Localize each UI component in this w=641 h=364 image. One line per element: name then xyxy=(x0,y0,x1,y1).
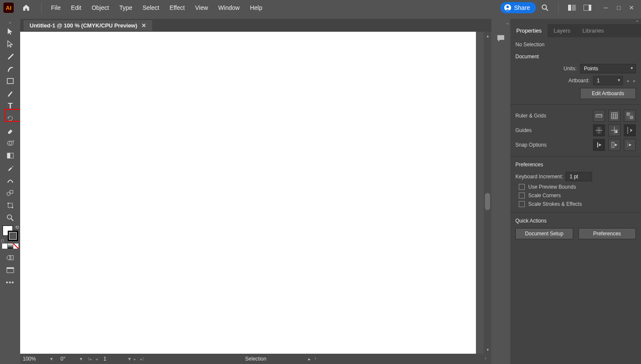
window-maximize-icon[interactable]: □ xyxy=(613,4,625,12)
scale-corners-checkbox[interactable]: Scale Corners xyxy=(519,193,636,199)
color-mode-solid-icon[interactable] xyxy=(2,244,7,249)
menu-file[interactable]: File xyxy=(46,3,66,13)
svg-point-2 xyxy=(542,5,547,9)
rectangle-tool-icon[interactable] xyxy=(4,75,17,87)
draw-mode-icon[interactable] xyxy=(4,251,17,264)
paintbrush-tool-icon[interactable] xyxy=(4,87,17,99)
close-tab-icon[interactable]: ✕ xyxy=(141,22,146,29)
panel-tabs: Properties Layers Libraries xyxy=(510,24,641,37)
free-transform-tool-icon[interactable] xyxy=(4,187,17,199)
tab-libraries[interactable]: Libraries xyxy=(576,24,610,37)
swap-fill-stroke-icon[interactable]: ⟲ xyxy=(15,225,19,230)
scroll-up-icon[interactable]: ▴ xyxy=(487,33,489,38)
section-preferences: Preferences xyxy=(515,162,636,168)
use-preview-bounds-checkbox[interactable]: Use Preview Bounds xyxy=(519,184,636,190)
window-close-icon[interactable]: ✕ xyxy=(626,4,638,12)
eraser-tool-icon[interactable] xyxy=(4,124,17,137)
pen-tool-icon[interactable] xyxy=(4,50,17,62)
screen-mode-icon[interactable] xyxy=(4,264,17,276)
rotation-value[interactable]: 0° xyxy=(60,356,65,362)
type-tool-icon[interactable]: T xyxy=(4,99,17,112)
show-guides-icon[interactable] xyxy=(593,124,605,136)
artboard-dropdown-icon[interactable]: ▾ xyxy=(128,356,131,362)
snap-to-pixel-icon[interactable] xyxy=(624,139,636,151)
scroll-down-icon[interactable]: ▾ xyxy=(487,347,489,352)
document-setup-button[interactable]: Document Setup xyxy=(515,228,573,239)
selection-tool-icon[interactable] xyxy=(4,25,17,37)
smart-guides-icon[interactable] xyxy=(624,124,636,136)
menu-select[interactable]: Select xyxy=(138,3,165,13)
rotate-tool-icon[interactable] xyxy=(4,112,17,124)
share-button[interactable]: Share xyxy=(500,2,536,13)
artboard-select[interactable]: 1 xyxy=(593,76,623,85)
menu-object[interactable]: Object xyxy=(87,3,114,13)
zoom-dropdown-icon[interactable]: ▾ xyxy=(50,356,53,362)
zoom-tool-icon[interactable] xyxy=(4,211,17,224)
expand-tools-icon[interactable]: » xyxy=(9,21,11,25)
menu-help[interactable]: Help xyxy=(245,3,268,13)
svg-rect-40 xyxy=(626,116,630,119)
units-select[interactable]: Points xyxy=(580,64,636,73)
ruler-grids-label: Ruler & Grids xyxy=(515,113,590,119)
tab-layers[interactable]: Layers xyxy=(548,24,576,37)
svg-rect-38 xyxy=(630,116,633,119)
fill-stroke-control[interactable]: ⟲ ◻ xyxy=(3,226,18,241)
menu-view[interactable]: View xyxy=(190,3,213,13)
zoom-level[interactable]: 100% xyxy=(23,356,48,362)
artboard-tool-icon[interactable] xyxy=(4,199,17,211)
comments-panel-icon[interactable] xyxy=(496,33,506,43)
scale-strokes-checkbox[interactable]: Scale Strokes & Effects xyxy=(519,201,636,207)
prev-artboard-panel-icon[interactable]: ◂ xyxy=(626,78,629,84)
color-mode-none-icon[interactable] xyxy=(13,244,18,249)
direct-selection-tool-icon[interactable] xyxy=(4,37,17,50)
vertical-scrollbar[interactable]: ▴ ▾ xyxy=(484,32,491,354)
edit-toolbar-icon[interactable]: ••• xyxy=(6,279,15,286)
prev-artboard-icon[interactable]: ◂ xyxy=(94,357,99,361)
transparency-grid-icon[interactable] xyxy=(624,110,636,122)
grid-icon[interactable] xyxy=(608,110,620,122)
svg-point-14 xyxy=(7,192,10,196)
canvas[interactable] xyxy=(20,32,476,354)
shape-builder-tool-icon[interactable] xyxy=(4,137,17,149)
svg-rect-7 xyxy=(589,5,591,11)
first-artboard-icon[interactable]: I◂ xyxy=(87,357,93,361)
curvature-tool-icon[interactable] xyxy=(4,62,17,75)
eyedropper-tool-icon[interactable] xyxy=(4,162,17,174)
checkbox-icon xyxy=(519,201,525,207)
rotation-dropdown-icon[interactable]: ▾ xyxy=(80,356,82,362)
menu-window[interactable]: Window xyxy=(213,3,245,13)
snap-to-grid-icon[interactable] xyxy=(608,139,620,151)
menu-edit[interactable]: Edit xyxy=(66,3,87,13)
edit-artboards-button[interactable]: Edit Artboards xyxy=(580,88,636,99)
workspace-switcher-icon[interactable] xyxy=(581,1,594,14)
artboard-number[interactable]: 1 xyxy=(101,356,126,362)
lock-guides-icon[interactable] xyxy=(608,124,620,136)
keyboard-increment-input[interactable]: 1 pt xyxy=(566,172,592,181)
tab-properties[interactable]: Properties xyxy=(510,24,548,37)
next-artboard-icon[interactable]: ▸ xyxy=(132,357,137,361)
stroke-swatch[interactable] xyxy=(8,231,18,241)
gradient-tool-icon[interactable] xyxy=(4,149,17,162)
window-minimize-icon[interactable]: ─ xyxy=(600,4,612,12)
svg-rect-5 xyxy=(572,5,576,11)
next-artboard-panel-icon[interactable]: ▸ xyxy=(633,78,636,84)
search-icon[interactable] xyxy=(539,1,551,14)
menu-type[interactable]: Type xyxy=(114,3,137,13)
snap-to-point-icon[interactable] xyxy=(593,139,605,151)
document-area: Untitled-1 @ 100 % (CMYK/CPU Preview) ✕ … xyxy=(20,19,491,364)
last-artboard-icon[interactable]: ▸I xyxy=(139,357,145,361)
document-tab[interactable]: Untitled-1 @ 100 % (CMYK/CPU Preview) ✕ xyxy=(24,20,152,31)
preferences-button[interactable]: Preferences xyxy=(578,228,636,239)
arrange-documents-icon[interactable] xyxy=(566,1,578,14)
status-play-icon[interactable]: ▸ xyxy=(308,357,310,361)
ruler-icon[interactable] xyxy=(593,110,605,122)
width-tool-icon[interactable] xyxy=(4,174,17,187)
collapse-panel-icon[interactable]: « xyxy=(510,19,641,24)
color-mode-gradient-icon[interactable] xyxy=(8,244,13,249)
scrollbar-thumb[interactable] xyxy=(485,193,490,210)
menu-effect[interactable]: Effect xyxy=(164,3,190,13)
expand-dock-icon[interactable]: « xyxy=(506,21,509,26)
default-fill-stroke-icon[interactable]: ◻ xyxy=(1,238,4,243)
home-icon[interactable] xyxy=(20,1,33,14)
horizontal-scrollbar[interactable]: ‹› xyxy=(315,356,486,362)
